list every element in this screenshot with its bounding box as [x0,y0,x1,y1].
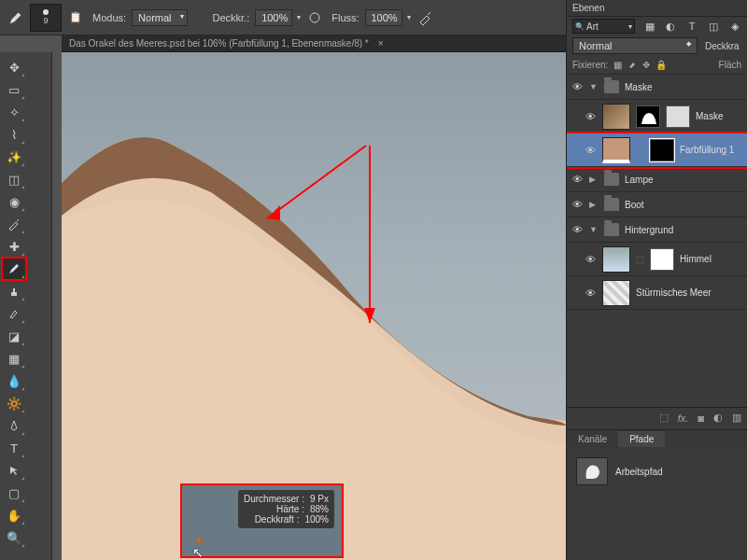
frame-tool[interactable]: ◉ [3,191,25,212]
tab-kanale[interactable]: Kanäle [567,431,618,447]
path-thumb[interactable] [576,457,608,485]
visibility-icon[interactable]: 👁 [584,254,597,265]
flach-label: Fläch [719,60,741,70]
path-arbeitspfad[interactable]: Arbeitspfad [572,454,741,489]
flow-label: Fluss: [331,12,359,23]
link-layers-icon[interactable]: ⬚ [659,412,669,424]
folder-icon [604,223,619,236]
layer-group-hintergrund[interactable]: 👁 ▼ Hintergrund [567,217,747,243]
shape-tool[interactable]: ▢ [3,483,25,503]
visibility-icon[interactable]: 👁 [584,111,597,122]
layer-thumb[interactable] [602,246,630,273]
path-select-tool[interactable] [3,460,25,481]
brush-hud: Durchmesser :9 Px Härte :88% Deckkraft :… [180,483,344,558]
wand-tool[interactable]: ✨ [3,147,25,167]
layer-mask-thumb[interactable] [636,105,660,128]
filter-shape-icon[interactable]: ◫ [706,19,720,34]
layers-list: 👁 ▼ Maske 👁 Maske 👁 ⬚ Farbfüllung 1 👁 ▶ … [567,75,747,392]
document-tab[interactable]: Das Orakel des Meeres.psd bei 106% (Farb… [69,38,369,49]
fx-icon[interactable]: fx. [678,413,689,424]
marquee-tool[interactable]: ▭ [3,79,25,100]
layer-group-boot[interactable]: 👁 ▶ Boot [567,192,747,217]
heal-tool[interactable]: ✚ [3,236,25,257]
group-icon[interactable]: ▥ [732,412,741,424]
airbrush-icon[interactable] [414,6,436,30]
fill-layer-thumb[interactable] [602,137,630,163]
layer-mask-thumb-2[interactable] [666,105,690,128]
eyedropper-tool[interactable] [3,214,25,234]
layer-thumb[interactable] [602,104,630,130]
mouse-cursor-icon: ↖ [192,545,204,560]
visibility-icon[interactable]: 👁 [584,287,597,299]
filter-type-icon[interactable]: T [685,19,699,34]
opacity-field[interactable]: 100% [255,9,292,26]
layer-maske[interactable]: 👁 Maske [567,100,747,133]
layer-blend-dropdown[interactable]: Normal [572,37,698,54]
layer-group-lampe[interactable]: 👁 ▶ Lampe [567,167,747,192]
layer-meer[interactable]: 👁 Stürmisches Meer [567,276,747,310]
flow-field[interactable]: 100% [365,9,402,26]
document-canvas[interactable]: Durchmesser :9 Px Härte :88% Deckkraft :… [62,52,566,560]
layer-group-maske[interactable]: 👁 ▼ Maske [567,75,747,100]
layer-mask-thumb[interactable] [650,248,674,271]
adjustment-icon[interactable]: ◐ [713,412,723,424]
visibility-icon[interactable]: 👁 [571,174,584,185]
pen-tool[interactable] [3,415,25,436]
filter-adjust-icon[interactable]: ◐ [664,19,678,34]
history-brush-tool[interactable] [3,303,25,324]
move-tool[interactable]: ✥ [3,57,25,77]
filter-image-icon[interactable]: ▦ [642,19,656,34]
lock-paint-icon[interactable] [627,60,637,71]
layer-filter-search[interactable]: Art [572,19,635,34]
visibility-icon[interactable]: 👁 [584,145,597,156]
lock-pixels-icon[interactable]: ▦ [613,60,622,70]
visibility-icon[interactable]: 👁 [571,81,584,92]
brush-cursor-preview [195,537,203,544]
close-tab-icon[interactable]: × [378,38,384,49]
eraser-tool[interactable]: ◪ [3,326,25,346]
brush-panel-icon[interactable]: 📋 [64,6,87,30]
layer-mask-thumb[interactable] [650,139,674,161]
svg-line-1 [267,146,366,218]
mode-label: Modus: [92,12,126,23]
layer-farbfullung[interactable]: 👁 ⬚ Farbfüllung 1 [567,133,747,167]
brush-preset-picker[interactable]: 9 [30,4,62,32]
visibility-icon[interactable]: 👁 [571,224,584,235]
blur-tool[interactable]: 💧 [3,371,25,391]
artboard-tool[interactable]: ✧ [3,102,25,122]
link-icon[interactable]: ⬚ [636,255,644,264]
lock-label: Fixieren: [572,60,608,70]
pressure-opacity-icon[interactable] [303,6,326,30]
blend-mode-dropdown[interactable]: Normal [132,9,187,26]
lock-all-icon[interactable]: 🔒 [655,60,667,70]
link-icon[interactable]: ⬚ [636,146,644,155]
disclosure-icon[interactable]: ▼ [589,225,599,234]
filter-smart-icon[interactable]: ◈ [727,19,741,34]
hand-tool[interactable]: ✋ [3,505,25,525]
layer-himmel[interactable]: 👁 ⬚ Himmel [567,243,747,276]
layer-thumb[interactable] [602,280,630,306]
type-tool[interactable]: T [3,438,25,458]
visibility-icon[interactable]: 👁 [571,199,584,210]
folder-icon [604,173,619,186]
brush-tool-icon [5,6,27,30]
stamp-tool[interactable] [3,281,25,301]
brush-tool[interactable] [3,259,25,279]
dodge-tool[interactable]: 🔆 [3,393,25,413]
paths-panel-tabs: Kanäle Pfade [567,429,747,448]
layers-panel: Ebenen Art ▦ ◐ T ◫ ◈ Normal Deckkra Fixi… [566,0,747,560]
folder-icon [604,80,619,93]
disclosure-icon[interactable]: ▶ [589,175,599,184]
crop-tool[interactable]: ◫ [3,169,25,189]
lock-position-icon[interactable]: ✥ [642,60,650,70]
folder-icon [604,198,619,211]
disclosure-icon[interactable]: ▼ [589,82,599,91]
disclosure-icon[interactable]: ▶ [589,200,599,209]
layers-tab[interactable]: Ebenen [572,3,604,13]
mask-icon[interactable]: ◙ [698,413,704,424]
zoom-tool[interactable]: 🔍 [3,527,25,548]
gradient-tool[interactable]: ▦ [3,348,25,369]
fill-opacity-label: Deckkra [705,41,740,51]
tab-pfade[interactable]: Pfade [618,431,665,447]
lasso-tool[interactable]: ⌇ [3,124,25,145]
